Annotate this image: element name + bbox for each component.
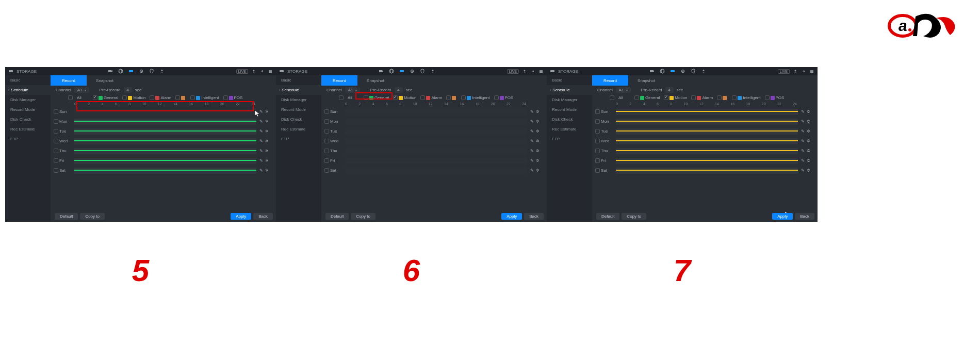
legend-general[interactable]: General — [634, 95, 660, 100]
gear-icon[interactable] — [680, 69, 685, 74]
sidebar-item-ftp[interactable]: FTP — [276, 134, 321, 144]
tab-snapshot[interactable]: Snapshot — [87, 75, 123, 86]
shield-icon[interactable] — [691, 69, 696, 74]
gear-icon[interactable]: ✲ — [536, 158, 540, 163]
checkbox-wed[interactable] — [54, 139, 58, 143]
gear-icon[interactable]: ✲ — [536, 119, 540, 124]
checkbox-general[interactable] — [364, 95, 368, 100]
checkbox-intelligent[interactable] — [732, 95, 737, 100]
edit-icon[interactable]: ✎ — [530, 139, 534, 143]
checkbox-sun[interactable] — [54, 109, 58, 114]
gear-icon[interactable]: ✲ — [265, 139, 269, 143]
edit-icon[interactable]: ✎ — [530, 158, 534, 163]
sidebar-item-disk-check[interactable]: Disk Check — [547, 114, 592, 124]
edit-icon[interactable]: ✎ — [801, 109, 805, 114]
checkbox-mda[interactable] — [717, 95, 722, 100]
sidebar-item-basic[interactable]: Basic — [276, 75, 321, 85]
tab-snapshot[interactable]: Snapshot — [357, 75, 394, 86]
edit-icon[interactable]: ✎ — [801, 119, 805, 124]
user-icon[interactable] — [522, 69, 527, 74]
shield-icon[interactable] — [149, 69, 154, 74]
gear-icon[interactable]: ✲ — [807, 168, 810, 173]
edit-icon[interactable]: ✎ — [259, 149, 263, 153]
checkbox-sat[interactable] — [324, 168, 329, 173]
checkbox-pos[interactable] — [223, 95, 228, 100]
user-icon[interactable] — [251, 69, 256, 74]
checkbox-mda[interactable] — [175, 95, 180, 100]
checkbox-mon[interactable] — [54, 119, 58, 124]
checkbox-fri[interactable] — [54, 158, 58, 163]
timeline-track-mon[interactable] — [74, 119, 256, 125]
channel-select[interactable]: A1 — [616, 87, 631, 93]
checkbox-fri[interactable] — [595, 158, 600, 163]
timeline-track-sat[interactable] — [616, 168, 798, 174]
back-button[interactable]: Back — [524, 213, 544, 220]
edit-icon[interactable]: ✎ — [530, 119, 534, 124]
timeline-track-sun[interactable] — [616, 109, 798, 115]
sidebar-item-basic[interactable]: Basic — [547, 75, 592, 85]
legend-mda[interactable] — [446, 95, 457, 100]
edit-icon[interactable]: ✎ — [801, 168, 805, 173]
checkbox-motion[interactable] — [393, 95, 398, 100]
camera-icon[interactable] — [108, 69, 113, 74]
legend-pos[interactable]: POS — [494, 95, 514, 100]
default-button[interactable]: Default — [596, 213, 619, 220]
storage-tab-icon[interactable] — [399, 69, 404, 74]
edit-icon[interactable]: ✎ — [259, 129, 263, 134]
legend-mda[interactable] — [717, 95, 728, 100]
checkbox-tue[interactable] — [54, 129, 58, 134]
prerecord-input[interactable]: 4 — [665, 87, 674, 93]
timeline-track-wed[interactable] — [74, 138, 256, 144]
timeline-track-fri[interactable] — [74, 158, 256, 164]
checkbox-general[interactable] — [634, 95, 639, 100]
timeline-track-wed[interactable] — [616, 138, 798, 144]
edit-icon[interactable]: ✎ — [530, 149, 534, 153]
checkbox-alarm[interactable] — [420, 95, 425, 100]
prerecord-input[interactable]: 4 — [124, 87, 132, 93]
checkbox-fri[interactable] — [324, 158, 329, 163]
sidebar-item-disk-manager[interactable]: Disk Manager — [276, 95, 321, 105]
tab-record[interactable]: Record — [592, 75, 628, 86]
checkbox-sat[interactable] — [54, 168, 58, 173]
sidebar-item-disk-manager[interactable]: Disk Manager — [5, 95, 51, 105]
gear-icon[interactable] — [139, 69, 144, 74]
timeline-track-tue[interactable] — [616, 128, 798, 135]
sidebar-item-basic[interactable]: Basic — [5, 75, 51, 85]
back-button[interactable]: Back — [795, 213, 814, 220]
timeline-track-mon[interactable] — [616, 119, 798, 125]
sidebar-item-ftp[interactable]: FTP — [547, 134, 592, 144]
checkbox-all[interactable] — [339, 95, 344, 100]
gear-icon[interactable]: ✲ — [807, 158, 810, 163]
gear-icon[interactable]: ✲ — [265, 149, 269, 153]
timeline-track-wed[interactable] — [345, 138, 527, 144]
gear-icon[interactable]: ✲ — [807, 139, 810, 143]
checkbox-mon[interactable] — [324, 119, 329, 124]
legend-alarm[interactable]: Alarm — [691, 95, 713, 100]
copy-to-button[interactable]: Copy to — [622, 213, 646, 220]
channel-select[interactable]: A1 — [345, 87, 360, 93]
arrow-icon[interactable] — [530, 69, 535, 74]
timeline-track-tue[interactable] — [74, 128, 256, 135]
default-button[interactable]: Default — [325, 213, 349, 220]
edit-icon[interactable]: ✎ — [259, 168, 263, 173]
channel-select[interactable]: A1 — [74, 87, 89, 93]
copy-to-button[interactable]: Copy to — [351, 213, 375, 220]
edit-icon[interactable]: ✎ — [530, 168, 534, 173]
checkbox-mda[interactable] — [446, 95, 451, 100]
edit-icon[interactable]: ✎ — [801, 149, 805, 153]
sidebar-item-ftp[interactable]: FTP — [5, 134, 51, 144]
edit-icon[interactable]: ✎ — [801, 158, 805, 163]
edit-icon[interactable]: ✎ — [259, 109, 263, 114]
gear-icon[interactable]: ✲ — [265, 109, 269, 114]
sidebar-item-record-mode[interactable]: Record Mode — [5, 105, 51, 114]
timeline-track-fri[interactable] — [616, 158, 798, 164]
arrow-icon[interactable] — [801, 69, 806, 74]
timeline-track-thu[interactable] — [616, 148, 798, 154]
gear-icon[interactable]: ✲ — [807, 149, 810, 153]
network-icon[interactable] — [389, 69, 394, 74]
prerecord-input[interactable]: 4 — [395, 87, 403, 93]
tab-record[interactable]: Record — [51, 75, 87, 86]
gear-icon[interactable]: ✲ — [265, 158, 269, 163]
checkbox-thu[interactable] — [595, 149, 600, 153]
timeline-track-thu[interactable] — [345, 148, 527, 154]
